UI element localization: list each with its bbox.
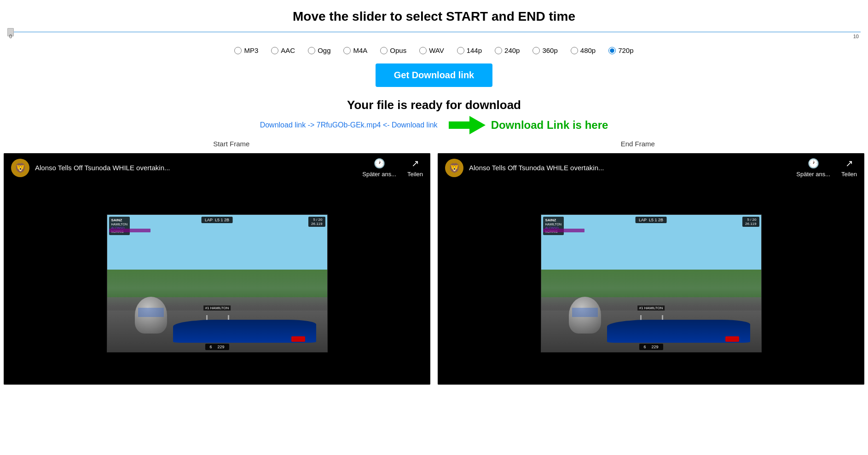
format-m4a[interactable]: M4A <box>343 46 367 54</box>
share-label: Teilen <box>407 171 423 178</box>
format-240p[interactable]: 240p <box>495 46 520 54</box>
title-section: Move the slider to select START and END … <box>0 9 868 24</box>
button-section: Get Download link <box>0 63 868 87</box>
end-f1-hud-topright: 5 / 2026.119 <box>742 217 759 227</box>
clock-icon: 🕐 <box>374 158 385 169</box>
start-f1-speedometer: 6229 <box>205 344 229 350</box>
format-section: MP3 AAC Ogg M4A Opus WAV 144p 240p <box>0 46 868 54</box>
avatar-icon: 🦁 <box>15 162 26 173</box>
share-icon: ↗ <box>411 158 419 169</box>
filename: 7RfuGOb-GEk.mp4 <box>317 121 381 129</box>
start-video-avatar: 🦁 <box>11 159 29 177</box>
end-video-title: Alonso Tells Off Tsunoda WHILE overtakin… <box>469 164 791 172</box>
end-purple-bar <box>543 229 584 232</box>
start-purple-bar <box>109 229 150 232</box>
format-wav-label: WAV <box>429 46 444 54</box>
end-frame-label: End Frame <box>621 140 655 148</box>
slider-section: 0 10 <box>0 31 868 40</box>
end-later-label: Später ans... <box>796 171 830 178</box>
radio-aac[interactable] <box>271 47 278 54</box>
end-later-control[interactable]: 🕐 Später ans... <box>796 158 830 178</box>
ready-section: Your file is ready for download Download… <box>0 98 868 134</box>
download-link-row: Download link -> 7RfuGOb-GEk.mp4 <- Down… <box>0 116 868 134</box>
start-share-control[interactable]: ↗ Teilen <box>407 158 423 178</box>
format-480p[interactable]: 480p <box>571 46 596 54</box>
download-link-here-label: Download Link is here <box>491 119 608 132</box>
end-share-control[interactable]: ↗ Teilen <box>841 158 857 178</box>
start-f1-hud-top: LAP L5 1 2B <box>201 217 233 223</box>
end-f1-hud-top: LAP L5 1 2B <box>635 217 667 223</box>
radio-720p[interactable] <box>608 47 616 54</box>
end-share-label: Teilen <box>841 171 857 178</box>
format-ogg-label: Ogg <box>318 46 330 54</box>
format-wav[interactable]: WAV <box>419 46 444 54</box>
radio-480p[interactable] <box>571 47 578 54</box>
start-f1-hud-topright: 5 / 2026.119 <box>308 217 325 227</box>
format-aac[interactable]: AAC <box>271 46 295 54</box>
end-share-icon: ↗ <box>845 158 853 169</box>
end-video-header: 🦁 Alonso Tells Off Tsunoda WHILE overtak… <box>438 153 864 182</box>
format-m4a-label: M4A <box>353 46 367 54</box>
start-video-controls: 🕐 Später ans... ↗ Teilen <box>362 158 423 178</box>
radio-360p[interactable] <box>532 47 540 54</box>
video-panels: 🦁 Alonso Tells Off Tsunoda WHILE overtak… <box>0 153 868 385</box>
ready-title: Your file is ready for download <box>0 98 868 112</box>
ruler-label-10: 10 <box>853 34 859 39</box>
start-slider[interactable] <box>7 31 861 33</box>
radio-240p[interactable] <box>495 47 502 54</box>
end-video-avatar: 🦁 <box>445 159 463 177</box>
start-f1-standings: SAINZ HAMILTON ALONSO NORRIS <box>109 217 130 235</box>
format-aac-label: AAC <box>281 46 295 54</box>
format-ogg[interactable]: Ogg <box>308 46 330 54</box>
format-opus[interactable]: Opus <box>380 46 406 54</box>
format-mp3[interactable]: MP3 <box>234 46 258 54</box>
svg-marker-0 <box>449 116 486 134</box>
frame-labels: Start Frame End Frame <box>0 140 868 148</box>
start-video-content: SAINZ HAMILTON ALONSO NORRIS LAP L5 1 2B… <box>4 182 430 385</box>
start-frame-panel: 🦁 Alonso Tells Off Tsunoda WHILE overtak… <box>4 153 430 385</box>
end-avatar-icon: 🦁 <box>449 162 460 173</box>
radio-mp3[interactable] <box>234 47 242 54</box>
download-link-left[interactable]: Download link -> 7RfuGOb-GEk.mp4 <- Down… <box>260 121 438 129</box>
start-video-title: Alonso Tells Off Tsunoda WHILE overtakin… <box>35 164 357 172</box>
start-f1-screen: SAINZ HAMILTON ALONSO NORRIS LAP L5 1 2B… <box>107 214 328 352</box>
green-arrow-icon <box>449 116 486 134</box>
radio-144p[interactable] <box>457 47 464 54</box>
format-480p-label: 480p <box>580 46 596 54</box>
radio-m4a[interactable] <box>343 47 351 54</box>
end-f1-speedometer: 6229 <box>639 344 663 350</box>
format-opus-label: Opus <box>390 46 406 54</box>
start-frame-label: Start Frame <box>213 140 249 148</box>
get-download-button[interactable]: Get Download link <box>376 63 492 87</box>
format-144p[interactable]: 144p <box>457 46 482 54</box>
format-mp3-label: MP3 <box>244 46 258 54</box>
radio-ogg[interactable] <box>308 47 315 54</box>
start-later-control[interactable]: 🕐 Später ans... <box>362 158 396 178</box>
format-720p[interactable]: 720p <box>608 46 633 54</box>
format-240p-label: 240p <box>504 46 520 54</box>
format-360p[interactable]: 360p <box>532 46 557 54</box>
link-suffix: <- Download link <box>383 121 438 129</box>
format-144p-label: 144p <box>467 46 482 54</box>
radio-opus[interactable] <box>380 47 388 54</box>
later-label: Später ans... <box>362 171 396 178</box>
arrow-container: Download Link is here <box>449 116 608 134</box>
end-video-content: SAINZ HAMILTON ALONSO NORRIS LAP L5 1 2B… <box>438 182 864 385</box>
end-frame-panel: 🦁 Alonso Tells Off Tsunoda WHILE overtak… <box>438 153 864 385</box>
format-360p-label: 360p <box>542 46 557 54</box>
end-f1-standings: SAINZ HAMILTON ALONSO NORRIS <box>543 217 564 235</box>
end-video-controls: 🕐 Später ans... ↗ Teilen <box>796 158 857 178</box>
radio-wav[interactable] <box>419 47 427 54</box>
link-prefix: Download link -> <box>260 121 315 129</box>
format-720p-label: 720p <box>618 46 633 54</box>
page-wrapper: Move the slider to select START and END … <box>0 0 868 385</box>
start-video-header: 🦁 Alonso Tells Off Tsunoda WHILE overtak… <box>4 153 430 182</box>
ruler-label-0: 0 <box>9 34 12 39</box>
end-clock-icon: 🕐 <box>808 158 819 169</box>
end-f1-screen: SAINZ HAMILTON ALONSO NORRIS LAP L5 1 2B… <box>541 214 762 352</box>
page-title: Move the slider to select START and END … <box>0 9 868 24</box>
